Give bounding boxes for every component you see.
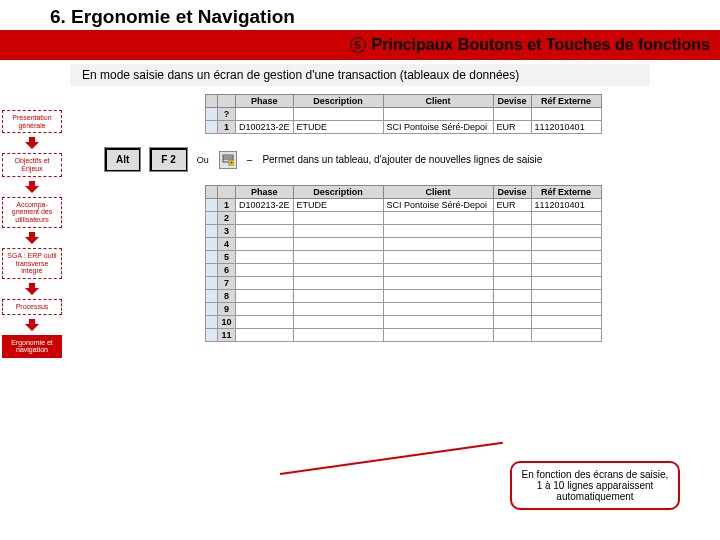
- table-row[interactable]: 10: [206, 316, 602, 329]
- svg-marker-1: [25, 181, 39, 193]
- arrow-down-icon: [2, 319, 62, 331]
- svg-marker-3: [25, 283, 39, 295]
- table-row[interactable]: 2: [206, 212, 602, 225]
- shortcut-row: Alt F 2 Ou – Permet dans un tableau, d'a…: [105, 148, 710, 171]
- table-row[interactable]: 8: [206, 290, 602, 303]
- nav-item-objectifs[interactable]: Objectifs et Enjeux: [2, 153, 62, 176]
- arrow-down-icon: [2, 283, 62, 295]
- callout-text: En fonction des écrans de saisie, 1 à 10…: [522, 469, 669, 502]
- nav-item-ergonomie[interactable]: Ergonomie et navigation: [2, 335, 62, 358]
- nav-item-presentation[interactable]: Présentation générale: [2, 110, 62, 133]
- nav-sidebar: Présentation générale Objectifs et Enjeu…: [2, 110, 62, 362]
- subtitle-text: Principaux Boutons et Touches de fonctio…: [372, 36, 710, 54]
- slide-subtitle: 5 Principaux Boutons et Touches de fonct…: [350, 36, 710, 54]
- table-row[interactable]: 4: [206, 238, 602, 251]
- table-row[interactable]: 11: [206, 329, 602, 342]
- table-row[interactable]: ?: [206, 108, 602, 121]
- slide-title: 6. Ergonomie et Navigation: [50, 6, 720, 28]
- svg-marker-4: [25, 319, 39, 331]
- table-row[interactable]: 1D100213-2EETUDESCI Pontoise Séré-DepoiE…: [206, 199, 602, 212]
- add-line-icon[interactable]: [219, 151, 237, 169]
- slide-header: 6. Ergonomie et Navigation: [0, 0, 720, 30]
- table-row[interactable]: 6: [206, 264, 602, 277]
- arrow-down-icon: [2, 232, 62, 244]
- table-row[interactable]: 3: [206, 225, 602, 238]
- key-alt: Alt: [105, 148, 140, 171]
- arrow-down-icon: [2, 181, 62, 193]
- erp-table-before: Phase Description Client Devise Réf Exte…: [205, 94, 602, 134]
- table2-wrap: Phase Description Client Devise Réf Exte…: [205, 185, 710, 342]
- table-row[interactable]: 1 D100213-2E ETUDE SCI Pontoise Séré-Dep…: [206, 121, 602, 134]
- svg-marker-0: [25, 137, 39, 149]
- red-banner: 5 Principaux Boutons et Touches de fonct…: [0, 30, 720, 60]
- erp-table-after: Phase Description Client Devise Réf Exte…: [205, 185, 602, 342]
- circled-number-icon: 5: [350, 37, 366, 53]
- context-bar: En mode saisie dans un écran de gestion …: [70, 64, 650, 86]
- or-label: Ou: [197, 155, 209, 165]
- table-header-row: Phase Description Client Devise Réf Exte…: [206, 186, 602, 199]
- main-content: Phase Description Client Devise Réf Exte…: [70, 94, 720, 342]
- table1-wrap: Phase Description Client Devise Réf Exte…: [205, 94, 710, 134]
- svg-marker-2: [25, 232, 39, 244]
- nav-item-accompagnement[interactable]: Accompa-gnement des utilisateurs: [2, 197, 62, 228]
- key-f2: F 2: [150, 148, 186, 171]
- callout-box: En fonction des écrans de saisie, 1 à 10…: [510, 461, 680, 510]
- nav-item-sga[interactable]: SGA : ERP outil transverse intégré: [2, 248, 62, 279]
- nav-item-processus[interactable]: Processus: [2, 299, 62, 315]
- table-row[interactable]: 9: [206, 303, 602, 316]
- table-row[interactable]: 5: [206, 251, 602, 264]
- dash: –: [247, 154, 253, 165]
- shortcut-explain: Permet dans un tableau, d'ajouter de nou…: [262, 154, 542, 165]
- table-header-row: Phase Description Client Devise Réf Exte…: [206, 95, 602, 108]
- callout-leader: [280, 442, 503, 475]
- table-row[interactable]: 7: [206, 277, 602, 290]
- arrow-down-icon: [2, 137, 62, 149]
